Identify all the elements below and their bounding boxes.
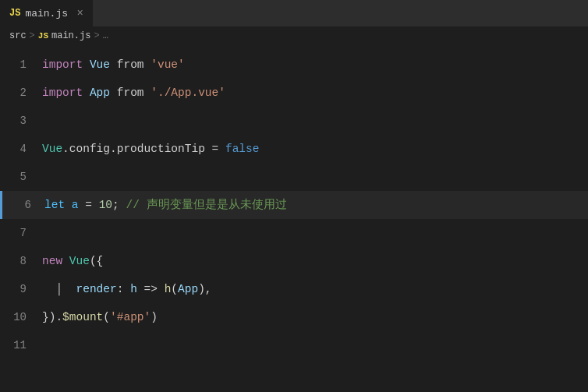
breadcrumb-js-icon: JS xyxy=(38,31,48,41)
line-1: 1 import Vue from 'vue' xyxy=(0,51,588,79)
tab-bar: JS main.js × xyxy=(0,0,588,27)
breadcrumb-dots: … xyxy=(103,30,108,41)
tab-main-js[interactable]: JS main.js × xyxy=(0,0,94,26)
line-5: 5 xyxy=(0,163,588,191)
breadcrumb-sep1: > xyxy=(30,30,35,41)
line-11: 11 xyxy=(0,331,588,359)
line-content-6: let a = 10; // 声明变量但是是从未使用过 xyxy=(41,191,287,219)
line-number-10: 10 xyxy=(0,311,39,323)
line-number-8: 8 xyxy=(0,255,39,267)
tab-label: main.js xyxy=(25,8,68,19)
editor: 1 import Vue from 'vue' 2 import App fro… xyxy=(0,44,588,392)
line-3: 3 xyxy=(0,107,588,135)
line-content-2: import App from './App.vue' xyxy=(39,79,225,107)
line-content-1: import Vue from 'vue' xyxy=(39,51,185,79)
line-content-8: new Vue({ xyxy=(39,247,103,275)
line-9: 9 │ render: h => h(App), xyxy=(0,275,588,303)
line-8: 8 new Vue({ xyxy=(0,247,588,275)
line-number-2: 2 xyxy=(0,87,39,99)
breadcrumb-file: main.js xyxy=(51,30,90,41)
line-content-9: │ render: h => h(App), xyxy=(39,275,212,303)
line-number-7: 7 xyxy=(0,227,39,239)
js-icon: JS xyxy=(9,8,20,19)
line-number-11: 11 xyxy=(0,339,39,351)
breadcrumb: src > JS main.js > … xyxy=(0,27,588,44)
tab-close-button[interactable]: × xyxy=(77,7,83,19)
breadcrumb-src: src xyxy=(9,30,27,41)
line-number-1: 1 xyxy=(0,58,39,71)
line-content-10: }).$mount('#app') xyxy=(39,303,158,331)
line-4: 4 Vue.config.productionTip = false xyxy=(0,135,588,163)
line-7: 7 xyxy=(0,219,588,247)
line-number-9: 9 xyxy=(0,283,39,295)
line-2: 2 import App from './App.vue' xyxy=(0,79,588,107)
line-number-6: 6 xyxy=(2,199,41,211)
line-10: 10 }).$mount('#app') xyxy=(0,303,588,331)
line-6: 6 let a = 10; // 声明变量但是是从未使用过 xyxy=(0,191,588,219)
line-number-5: 5 xyxy=(0,171,39,183)
line-content-4: Vue.config.productionTip = false xyxy=(39,135,259,163)
line-number-4: 4 xyxy=(0,143,39,155)
line-number-3: 3 xyxy=(0,115,39,127)
breadcrumb-sep2: > xyxy=(94,30,99,41)
